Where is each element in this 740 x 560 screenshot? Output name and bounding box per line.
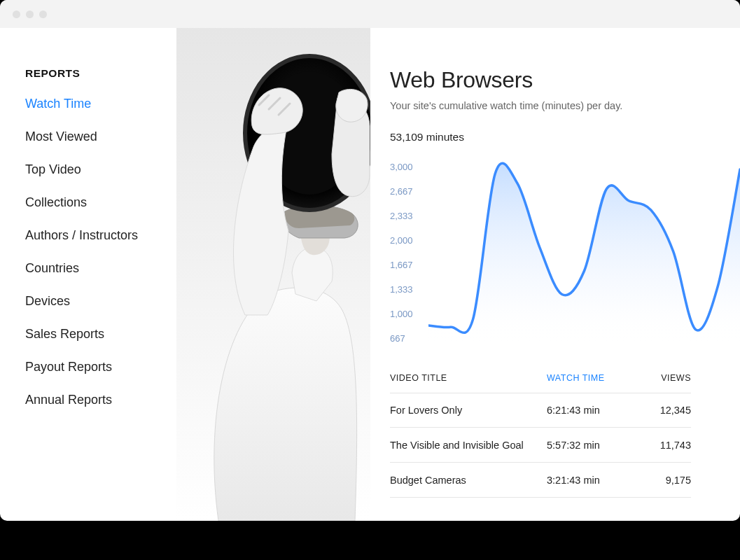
close-icon[interactable] — [13, 10, 20, 18]
page-subtitle: Your site's cumulative watch time (minut… — [390, 100, 740, 111]
table-row[interactable]: Budget Cameras3:21:43 min9,175 — [390, 463, 691, 498]
chart-area — [428, 162, 740, 344]
window-titlebar — [0, 0, 740, 28]
cell-watch: 6:21:43 min — [547, 405, 628, 416]
sidebar-item-payout-reports[interactable]: Payout Reports — [25, 360, 176, 374]
hero-image — [176, 28, 370, 521]
cell-views: 12,345 — [649, 405, 691, 416]
sidebar-item-most-viewed[interactable]: Most Viewed — [25, 130, 176, 144]
y-tick: 667 — [390, 333, 428, 344]
sidebar-item-collections[interactable]: Collections — [25, 195, 176, 210]
cell-title: Budget Cameras — [390, 475, 547, 486]
table-row[interactable]: The Visible and Invisible Goal5:57:32 mi… — [390, 428, 691, 463]
fencer-illustration — [176, 28, 370, 521]
sidebar: REPORTS Watch TimeMost ViewedTop VideoCo… — [0, 28, 176, 521]
sidebar-item-top-video[interactable]: Top Video — [25, 162, 176, 177]
y-tick: 2,333 — [390, 211, 428, 221]
y-tick: 3,000 — [390, 162, 428, 172]
table-header: VIDEO TITLEWATCH TIMEVIEWS — [390, 373, 691, 383]
cell-views: 11,743 — [649, 440, 691, 451]
cell-watch: 3:21:43 min — [547, 475, 628, 486]
page-title: Web Browsers — [390, 67, 740, 93]
app-window: REPORTS Watch TimeMost ViewedTop VideoCo… — [0, 0, 740, 521]
chart-svg — [428, 162, 740, 344]
sidebar-item-countries[interactable]: Countries — [25, 261, 176, 276]
sidebar-title: REPORTS — [25, 67, 176, 80]
sidebar-item-authors-instructors[interactable]: Authors / Instructors — [25, 228, 176, 243]
sidebar-item-devices[interactable]: Devices — [25, 294, 176, 309]
main: Web Browsers Your site's cumulative watc… — [370, 28, 740, 521]
column-header-watch[interactable]: WATCH TIME — [547, 373, 628, 383]
y-tick: 2,000 — [390, 235, 428, 246]
sidebar-item-annual-reports[interactable]: Annual Reports — [25, 393, 176, 407]
table-row[interactable]: For Lovers Only6:21:43 min12,345 — [390, 393, 691, 428]
column-header-views[interactable]: VIEWS — [649, 373, 691, 383]
video-table: VIDEO TITLEWATCH TIMEVIEWS For Lovers On… — [390, 373, 740, 498]
minimize-icon[interactable] — [26, 10, 34, 18]
y-tick: 1,000 — [390, 309, 428, 319]
cell-title: The Visible and Invisible Goal — [390, 440, 547, 451]
chart: 3,0002,6672,3332,0001,6671,3331,000667 — [390, 162, 740, 344]
cell-views: 9,175 — [649, 475, 691, 486]
cell-watch: 5:57:32 min — [547, 440, 628, 451]
column-header-title[interactable]: VIDEO TITLE — [390, 373, 547, 383]
y-axis: 3,0002,6672,3332,0001,6671,3331,000667 — [390, 162, 428, 344]
y-tick: 2,667 — [390, 186, 428, 197]
y-tick: 1,333 — [390, 284, 428, 295]
sidebar-item-watch-time[interactable]: Watch Time — [25, 97, 176, 111]
content: REPORTS Watch TimeMost ViewedTop VideoCo… — [0, 28, 740, 521]
cell-title: For Lovers Only — [390, 405, 547, 416]
sidebar-item-sales-reports[interactable]: Sales Reports — [25, 327, 176, 342]
total-minutes: 53,109 minutes — [390, 131, 740, 144]
y-tick: 1,667 — [390, 260, 428, 270]
maximize-icon[interactable] — [39, 10, 47, 18]
